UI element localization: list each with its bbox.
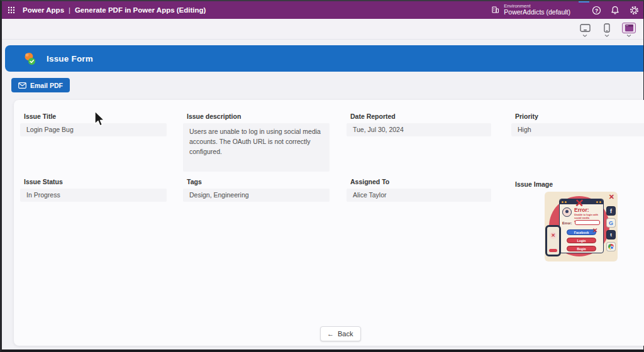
issue-title-input[interactable]: Login Page Bug [20,123,167,136]
issue-title-label: Issue Title [20,113,167,121]
app-window: Power Apps | Generate PDF in Power Apps … [0,0,644,352]
error-title: Error: [574,207,589,213]
gear-glyph [630,6,639,15]
tablet-preview-icon[interactable] [578,23,592,37]
field-issue-status: Issue Status In Progress [20,178,167,202]
date-reported-input[interactable]: Tue, Jul 30, 2024 [347,123,491,136]
field-assigned-to: Assigned To Alice Taylor [347,178,491,202]
titlebar: Power Apps | Generate PDF in Power Apps … [2,1,643,19]
field-tags: Tags Design, Engineering [183,178,330,202]
field-date-reported: Date Reported Tue, Jul 30, 2024 [347,113,491,136]
email-icon [18,82,26,89]
back-arrow-icon: ← [327,330,334,338]
issue-description-input[interactable]: Users are unable to log in using social … [183,123,330,172]
waffle-grid-glyph [8,6,15,14]
back-button[interactable]: ← Back [320,326,361,341]
notifications-icon[interactable] [606,1,625,19]
field-issue-title: Issue Title Login Page Bug [20,113,167,136]
issue-image: ✕ ✕ Error: Unable to login with social m… [545,192,618,261]
environment-icon [491,6,499,14]
field-issue-description: Issue description Users are unable to lo… [183,113,330,172]
chevron-down-icon [626,35,631,37]
social-icons-column: f G t [606,206,616,251]
issue-image-label: Issue Image [511,180,553,189]
form-title: Issue Form [47,54,93,63]
svg-text:?: ? [594,7,597,13]
app-name[interactable]: Power Apps [23,6,64,14]
facebook-icon: f [606,206,616,216]
priority-input[interactable]: High [511,123,644,136]
field-priority: Priority High [511,113,644,136]
form-header-banner: Issue Form [5,45,643,72]
bogin-button: Bogin [567,246,596,251]
tags-input[interactable]: Design, Engineering [183,189,330,202]
back-label: Back [338,330,353,338]
tags-label: Tags [183,178,330,186]
preview-toolbar [2,19,643,40]
email-pdf-label: Email PDF [30,82,63,89]
phone-x-mark: ✕ [550,232,557,239]
app-logo-icon [23,51,38,66]
chevron-down-icon [582,35,587,37]
twitter-icon: t [606,230,616,239]
priority-label: Priority [511,113,644,121]
facebook-x-mark: ✕ [592,227,597,234]
issue-status-label: Issue Status [20,178,167,186]
assigned-to-label: Assigned To [347,178,491,186]
phone-illustration: ✕ [545,225,561,256]
chevron-down-icon [604,35,609,37]
google-icon: G [606,218,616,228]
assigned-to-input[interactable]: Alice Taylor [347,189,491,202]
help-glyph: ? [592,6,601,15]
avatar [562,207,572,217]
chrome-icon [606,242,616,251]
title-divider: | [69,6,70,14]
help-icon[interactable]: ? [587,1,606,19]
bell-glyph [611,6,619,15]
email-pdf-button[interactable]: Email PDF [11,78,70,92]
field-issue-image: Issue Image [511,180,553,191]
phone-preview-icon[interactable] [600,23,614,37]
error-field-label: Error: [562,221,572,225]
issue-description-label: Issue description [183,113,330,121]
facebook-button: Facebook [567,229,596,235]
waffle-menu-icon[interactable] [2,6,21,14]
date-reported-label: Date Reported [347,113,491,121]
settings-icon[interactable] [625,1,643,19]
browser-preview-icon[interactable] [622,23,636,37]
environment-label: Environment [504,4,570,9]
issue-form-card: Issue Title Login Page Bug Issue descrip… [14,100,644,346]
environment-value: PowerAddicts (default) [504,9,570,16]
close-x-mark: ✕ [609,193,614,201]
error-browser-window: ✕ Error: Unable to login with social med… [559,199,604,253]
error-input-box [575,220,600,225]
app-canvas: Issue Form Email PDF Issue Title Login P… [2,40,643,349]
page-title: Generate PDF in Power Apps (Editing) [75,6,206,14]
environment-picker[interactable]: Environment PowerAddicts (default) [491,4,570,16]
top-edge-artifact [579,1,589,3]
login-button: Login [567,238,596,243]
issue-status-input[interactable]: In Progress [20,189,167,202]
